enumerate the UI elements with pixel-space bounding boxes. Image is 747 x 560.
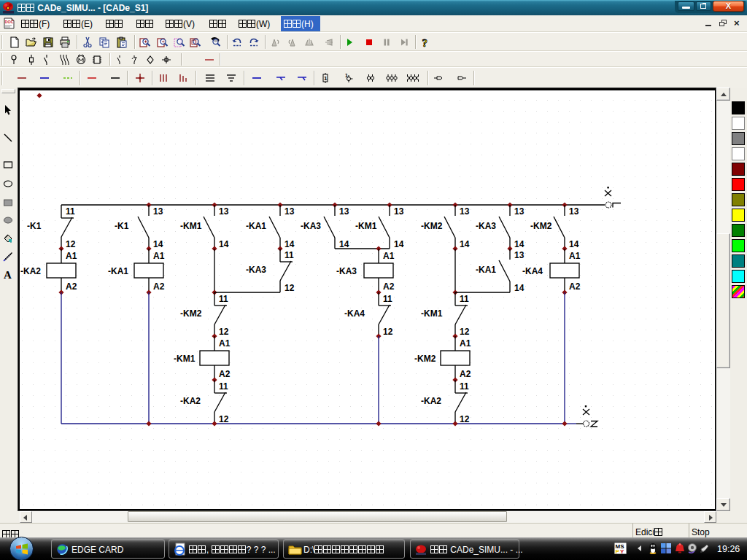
svg-text:12: 12 bbox=[219, 414, 229, 424]
svg-text:11: 11 bbox=[285, 250, 294, 260]
svg-text:-KA1: -KA1 bbox=[108, 266, 128, 276]
svg-text:14: 14 bbox=[569, 239, 579, 249]
svg-text:A2: A2 bbox=[460, 369, 471, 379]
svg-text:12: 12 bbox=[66, 239, 76, 249]
svg-text:A1: A1 bbox=[383, 251, 395, 261]
svg-text:-K1: -K1 bbox=[27, 221, 42, 231]
svg-text:13: 13 bbox=[460, 206, 470, 217]
svg-text:-KM1: -KM1 bbox=[174, 354, 196, 364]
svg-text:-KA2: -KA2 bbox=[180, 396, 201, 406]
svg-text:12: 12 bbox=[460, 327, 470, 337]
svg-text:-KM2: -KM2 bbox=[421, 221, 443, 231]
svg-text:12: 12 bbox=[460, 414, 470, 424]
svg-text:A1: A1 bbox=[153, 251, 165, 261]
svg-text:11: 11 bbox=[219, 381, 228, 392]
svg-text:A2: A2 bbox=[383, 281, 395, 292]
svg-text:14: 14 bbox=[514, 283, 525, 293]
svg-text:1: 1 bbox=[324, 75, 328, 82]
svg-text:-KA3: -KA3 bbox=[301, 221, 321, 231]
svg-text:-KA1: -KA1 bbox=[246, 221, 266, 231]
svg-text:-KM1: -KM1 bbox=[180, 221, 202, 231]
svg-text:A2: A2 bbox=[569, 281, 581, 292]
svg-text:-K1: -K1 bbox=[115, 221, 129, 231]
svg-text:-KM2: -KM2 bbox=[414, 354, 436, 364]
svg-text:-KA2: -KA2 bbox=[421, 396, 441, 406]
svg-text:-KA4: -KA4 bbox=[344, 308, 365, 319]
svg-text:14: 14 bbox=[394, 239, 404, 249]
svg-text:P: P bbox=[616, 548, 620, 554]
svg-text:A1: A1 bbox=[460, 338, 471, 349]
svg-text:A: A bbox=[4, 269, 12, 281]
svg-text:-KM1: -KM1 bbox=[421, 308, 443, 319]
svg-text:-KA2: -KA2 bbox=[20, 266, 41, 276]
svg-text:-KA1: -KA1 bbox=[476, 265, 496, 275]
svg-text:A1: A1 bbox=[219, 338, 231, 349]
svg-text:13: 13 bbox=[153, 206, 163, 217]
svg-text:13: 13 bbox=[339, 206, 349, 217]
svg-text:14: 14 bbox=[153, 239, 163, 249]
svg-text:11: 11 bbox=[66, 206, 75, 217]
svg-text:14: 14 bbox=[514, 239, 525, 249]
svg-text:A2: A2 bbox=[153, 281, 165, 292]
svg-text:DOC: DOC bbox=[5, 20, 14, 24]
svg-text:11: 11 bbox=[460, 294, 469, 304]
svg-text:-KM1: -KM1 bbox=[355, 221, 377, 231]
svg-text:13: 13 bbox=[569, 206, 579, 217]
svg-text:14: 14 bbox=[460, 239, 470, 249]
svg-text:11: 11 bbox=[219, 294, 228, 304]
svg-text:13: 13 bbox=[285, 206, 295, 217]
svg-text:A2: A2 bbox=[219, 369, 231, 379]
svg-text:-KA3: -KA3 bbox=[246, 265, 266, 275]
svg-text:12: 12 bbox=[383, 327, 393, 337]
svg-text:Y: Y bbox=[620, 548, 624, 554]
svg-text:A1: A1 bbox=[569, 251, 581, 261]
svg-text:?: ? bbox=[422, 37, 428, 49]
svg-text:-KA3: -KA3 bbox=[336, 266, 357, 276]
svg-text:11: 11 bbox=[383, 294, 392, 304]
svg-text:11: 11 bbox=[460, 381, 469, 392]
svg-text:-KM2: -KM2 bbox=[180, 308, 202, 319]
svg-text:A1: A1 bbox=[66, 251, 77, 261]
svg-text:13: 13 bbox=[394, 206, 404, 217]
svg-text:12: 12 bbox=[219, 327, 229, 337]
svg-text:14: 14 bbox=[219, 239, 229, 249]
svg-text:-KA3: -KA3 bbox=[476, 221, 496, 231]
svg-text:A2: A2 bbox=[66, 281, 77, 292]
svg-text:14: 14 bbox=[285, 239, 295, 249]
svg-text:12: 12 bbox=[285, 283, 295, 293]
svg-text:13: 13 bbox=[514, 250, 525, 260]
svg-text:14: 14 bbox=[339, 239, 349, 249]
svg-text:-KM2: -KM2 bbox=[530, 221, 552, 231]
svg-text:13: 13 bbox=[219, 206, 229, 217]
svg-text:-KA4: -KA4 bbox=[522, 266, 543, 276]
svg-text:13: 13 bbox=[514, 206, 525, 217]
